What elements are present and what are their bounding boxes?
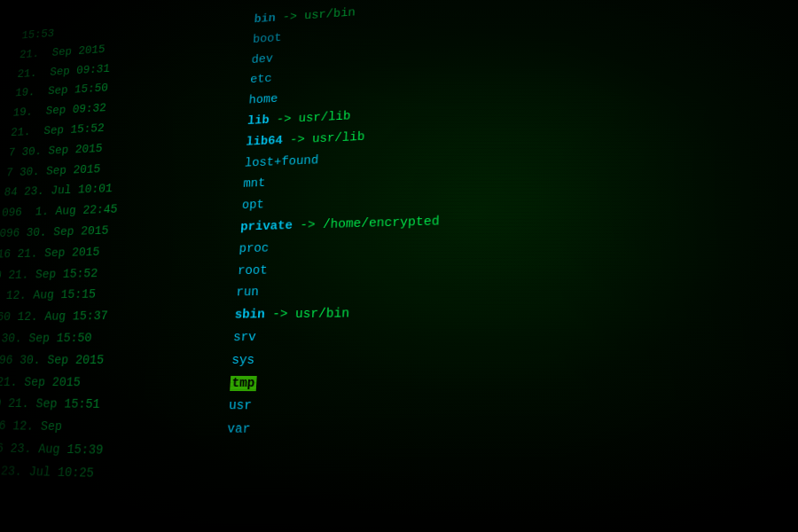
list-item: sys <box>231 347 798 372</box>
terminal-content: 15:53 21. Sep 2015 21. Sep 09:31 19. Sep… <box>0 0 798 532</box>
list-item: 300 21. Sep 15:51 <box>0 394 221 419</box>
terminal-grid: 15:53 21. Sep 2015 21. Sep 09:31 19. Sep… <box>0 0 798 532</box>
list-item: 7 30. Sep 15:50 <box>0 326 226 349</box>
list-item: 560 12. Aug 15:37 <box>0 304 227 328</box>
col-files: bin -> usr/bin boot dev etc home lib - <box>208 0 798 532</box>
list-item: 4096 12. Sep <box>0 415 220 441</box>
list-item: var <box>226 418 798 450</box>
list-item: 7 12. Aug 15:15 <box>0 282 229 307</box>
list-item: 4096 30. Sep 2015 <box>0 349 224 372</box>
list-item: 23. Jul 10:25 <box>0 460 216 489</box>
col-dates: 15:53 21. Sep 2015 21. Sep 09:31 19. Sep… <box>0 11 247 532</box>
terminal-screen: 15:53 21. Sep 2015 21. Sep 09:31 19. Sep… <box>0 0 798 532</box>
list-item: 0 21. Sep 2015 <box>0 372 223 395</box>
